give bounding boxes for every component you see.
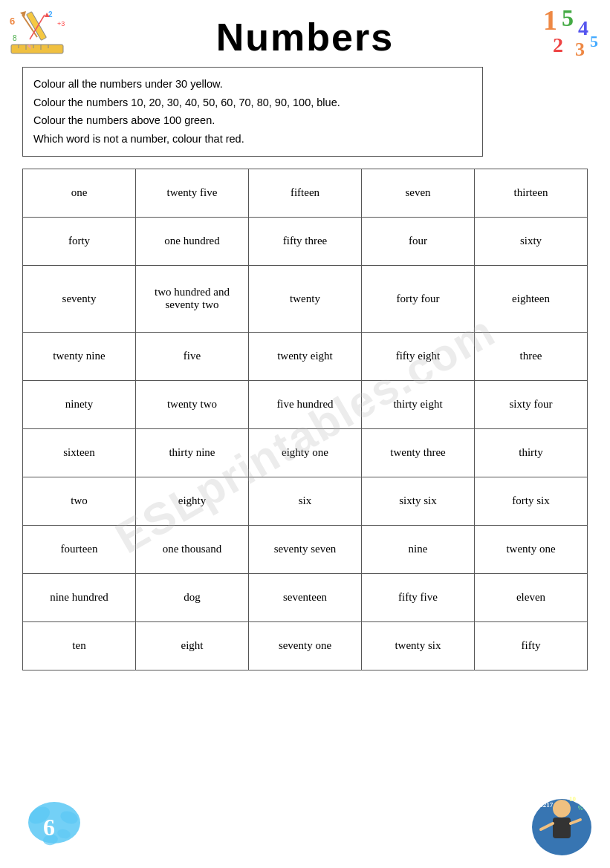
table-cell: one thousand bbox=[136, 525, 249, 573]
table-cell: nine hundred bbox=[23, 573, 136, 621]
table-cell: sixty four bbox=[475, 380, 588, 428]
table-cell: thirteen bbox=[475, 169, 588, 217]
table-cell: fifty eight bbox=[362, 332, 475, 380]
table-cell: fifty five bbox=[362, 573, 475, 621]
svg-text:.3217: .3217 bbox=[538, 801, 554, 809]
table-cell: fifty bbox=[475, 621, 588, 670]
table-cell: seventy one bbox=[249, 621, 362, 670]
page-title: Numbers bbox=[22, 15, 588, 59]
table-cell: one bbox=[23, 169, 136, 217]
table-cell: five hundred bbox=[249, 380, 362, 428]
table-cell: dog bbox=[136, 573, 249, 621]
table-cell: twenty two bbox=[136, 380, 249, 428]
table-cell: twenty eight bbox=[249, 332, 362, 380]
table-cell: three bbox=[475, 332, 588, 380]
instruction-line-3: Colour the numbers above 100 green. bbox=[33, 111, 472, 130]
table-cell: ten bbox=[23, 621, 136, 670]
table-cell: sixty bbox=[475, 217, 588, 265]
table-cell: twenty one bbox=[475, 525, 588, 573]
table-row: twenty ninefivetwenty eightfifty eightth… bbox=[23, 332, 588, 380]
table-cell: thirty eight bbox=[362, 380, 475, 428]
svg-text:6: 6 bbox=[43, 814, 55, 841]
table-cell: fourteen bbox=[23, 525, 136, 573]
table-cell: two hundred and seventy two bbox=[136, 265, 249, 332]
table-cell: forty six bbox=[475, 477, 588, 525]
table-cell: twenty nine bbox=[23, 332, 136, 380]
table-cell: eighty bbox=[136, 477, 249, 525]
table-cell: seven bbox=[362, 169, 475, 217]
table-cell: seventy bbox=[23, 265, 136, 332]
table-row: onetwenty fivefifteenseventhirteen bbox=[23, 169, 588, 217]
table-row: seventytwo hundred and seventy twotwenty… bbox=[23, 265, 588, 332]
svg-text:%: % bbox=[578, 805, 583, 812]
badge-area: 6 bbox=[21, 789, 88, 852]
svg-text:10: 10 bbox=[569, 795, 577, 803]
table-cell: fifty three bbox=[249, 217, 362, 265]
table-cell: sixty six bbox=[362, 477, 475, 525]
table-cell: seventeen bbox=[249, 573, 362, 621]
table-cell: eighteen bbox=[475, 265, 588, 332]
svg-rect-30 bbox=[553, 818, 571, 838]
table-cell: forty four bbox=[362, 265, 475, 332]
table-cell: ninety bbox=[23, 380, 136, 428]
table-cell: eleven bbox=[475, 573, 588, 621]
table-cell: twenty bbox=[249, 265, 362, 332]
instructions-box: Colour all the numbers under 30 yellow. … bbox=[22, 67, 483, 157]
table-cell: eight bbox=[136, 621, 249, 670]
bottom-right-decoration: .3217 10 % bbox=[525, 786, 599, 861]
table-row: fortyone hundredfifty threefoursixty bbox=[23, 217, 588, 265]
table-cell: seventy seven bbox=[249, 525, 362, 573]
svg-text:8: 8 bbox=[13, 34, 17, 42]
table-cell: one hundred bbox=[136, 217, 249, 265]
table-row: fourteenone thousandseventy sevenninetwe… bbox=[23, 525, 588, 573]
table-cell: six bbox=[249, 477, 362, 525]
table-row: twoeightysixsixty sixforty six bbox=[23, 477, 588, 525]
table-row: ninetytwenty twofive hundredthirty eight… bbox=[23, 380, 588, 428]
svg-text:6: 6 bbox=[10, 16, 15, 27]
table-row: nine hundreddogseventeenfifty fiveeleven bbox=[23, 573, 588, 621]
table-cell: twenty three bbox=[362, 428, 475, 477]
table-cell: thirty nine bbox=[136, 428, 249, 477]
table-cell: eighty one bbox=[249, 428, 362, 477]
svg-text:5: 5 bbox=[590, 32, 598, 50]
table-cell: forty bbox=[23, 217, 136, 265]
table-cell: five bbox=[136, 332, 249, 380]
table-cell: fifteen bbox=[249, 169, 362, 217]
table-cell: four bbox=[362, 217, 475, 265]
table-row: teneightseventy onetwenty sixfifty bbox=[23, 621, 588, 670]
table-cell: nine bbox=[362, 525, 475, 573]
table-cell: thirty bbox=[475, 428, 588, 477]
table-cell: twenty five bbox=[136, 169, 249, 217]
numbers-table: onetwenty fivefifteenseventhirteenfortyo… bbox=[22, 169, 588, 670]
table-cell: sixteen bbox=[23, 428, 136, 477]
instruction-line-1: Colour all the numbers under 30 yellow. bbox=[33, 75, 472, 94]
ink-splash: 6 bbox=[21, 789, 88, 849]
table-cell: two bbox=[23, 477, 136, 525]
table-row: sixteenthirty nineeighty onetwenty three… bbox=[23, 428, 588, 477]
table-cell: twenty six bbox=[362, 621, 475, 670]
instruction-line-4: Which word is not a number, colour that … bbox=[33, 130, 472, 149]
instruction-line-2: Colour the numbers 10, 20, 30, 40, 50, 6… bbox=[33, 94, 472, 112]
svg-point-29 bbox=[553, 800, 571, 818]
